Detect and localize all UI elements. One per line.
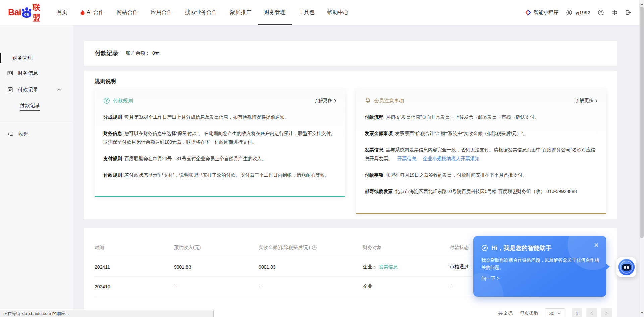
col-finance-object: 财务对象 (363, 245, 450, 251)
compass-icon (481, 245, 488, 251)
member-notes-title: 会员注意事项 (374, 98, 404, 104)
sidebar-collapse-button[interactable]: 收起 (0, 126, 73, 142)
coin-yuan-icon (103, 97, 110, 104)
flame-icon (80, 10, 85, 15)
rule-item-mail-invoice: 邮寄纸质发票北京市海淀区西北旺东路10号院百度科技园5号楼 百度联盟财务组（收）… (365, 187, 598, 196)
nav-item-app[interactable]: 应用合作 (145, 0, 179, 25)
id-card-icon (7, 70, 13, 76)
nav-item-help[interactable]: 帮助中心 (321, 0, 355, 25)
question-circle-icon[interactable] (312, 245, 317, 250)
cell-estimated: 9001.83 (174, 264, 259, 270)
chevron-right-icon (595, 99, 598, 103)
rule-item-payment-matters: 付款事项联盟在每月19日之后签收的发票，付款时间安排在下个月首批支付。 (365, 171, 598, 179)
account-balance: 账户余额：0元 (126, 50, 160, 56)
payment-rules-title: 付款规则 (113, 98, 133, 104)
balance-label: 账户余额： (126, 50, 150, 56)
logo-text-union: 联盟 (33, 2, 48, 23)
per-page-select[interactable]: 30 (545, 308, 565, 317)
chevron-up-icon (57, 88, 61, 91)
rule-item-pay-rule: 支付规则百度联盟会在每月20号—31号支付企业会员上个自然月产生的收入。 (103, 154, 336, 163)
baidu-paw-icon: du (21, 7, 32, 18)
rule-item-invoice-info: 发票信息需与系统内发票信息内容完全一致，否则无法支付。请根据发票信息页面中“百度… (365, 145, 598, 163)
assistant-message: 我会帮助您诊断合作链路问题，以及解答您关于任何合作相关的问题。 (481, 257, 599, 271)
nav-item-search-biz[interactable]: 搜索业务合作 (179, 0, 224, 25)
nav-item-website[interactable]: 网站合作 (110, 0, 145, 25)
assistant-title: Hi，我是您的智能助手 (481, 244, 598, 252)
sidebar-item-finance-info[interactable]: 财务信息 (0, 65, 73, 81)
col-time: 时间 (95, 245, 174, 251)
scrollbar[interactable] (639, 0, 644, 317)
scrollbar-thumb[interactable] (640, 7, 644, 238)
sidebar-item-payment-records[interactable]: 付款记录 (0, 81, 73, 98)
payment-rules-more-link[interactable]: 了解更多 (314, 98, 336, 104)
close-icon[interactable]: ✕ (594, 242, 599, 248)
payment-rules-card: 付款规则 了解更多 分成规则每月第3或4个工作日产出上月分成信息及发票信息，如有… (95, 90, 345, 197)
prev-page-button[interactable] (586, 308, 597, 317)
miniapp-entry[interactable]: 智能小程序 (525, 9, 558, 16)
nav-utilities: 智能小程序 jyj1992 (525, 9, 639, 16)
rule-item-payment-status: 付款规则若付款状态显示“已支付”，说明联盟已安排了您的付款。支付后三个工作日内到… (103, 171, 336, 179)
rule-item-payment-flow: 付款流程月初按“发票信息”页面开具发票→上传发票→邮寄发票→审核→确认支付。 (365, 113, 598, 121)
sidebar-divider (0, 122, 73, 122)
logout-icon[interactable] (625, 10, 631, 15)
invoice-info-row-link[interactable]: 发票信息 (379, 264, 398, 269)
sidebar-subitem-payment-records[interactable]: 付款记录 (0, 98, 73, 115)
balance-value: 0元 (152, 50, 160, 56)
cell-actual: 9001.83 (259, 264, 363, 270)
chevron-down-icon (557, 312, 561, 314)
bell-icon (365, 97, 371, 104)
ask-now-link[interactable]: 问一下 > (481, 276, 598, 282)
small-taxpayer-notice-link[interactable]: 企业小规模纳税人开票须知 (423, 156, 479, 161)
assistant-robot-avatar[interactable] (616, 257, 636, 277)
robot-icon (618, 259, 635, 275)
status-text: 正在等待 xlab.baidu.com 的响应... (3, 311, 69, 317)
logo-text-bai: Bai (8, 7, 21, 18)
cell-finance-object: 企业：发票信息 (363, 264, 450, 270)
user-account[interactable]: jyj1992 (566, 10, 590, 15)
invoice-info-link[interactable]: 开票信息 (397, 156, 416, 161)
rule-item-invoice-amount: 发票金额事项发票票面“价税合计”金额=系统中“实收金额（扣除税费后/元）”。 (365, 129, 598, 138)
page-header-card: 付款记录 账户余额：0元 (84, 41, 617, 66)
cell-estimated: -- (174, 284, 259, 289)
nav-item-screen-promo[interactable]: 聚屏推广 (224, 0, 258, 25)
top-nav: Bai du 联盟 首页 AI 合作 网站合作 应用合作 搜索业务合作 聚屏推广… (0, 0, 639, 25)
member-notes-card: 会员注意事项 了解更多 付款流程月初按“发票信息”页面开具发票→上传发票→邮寄发… (356, 90, 606, 214)
member-notes-more-link[interactable]: 了解更多 (575, 98, 598, 104)
popup-pointer (605, 263, 613, 270)
help-icon[interactable] (598, 10, 604, 15)
col-actual-amount: 实收金额(扣除税费后/元) (259, 245, 363, 251)
nav-item-finance[interactable]: 财务管理 (258, 0, 292, 25)
scroll-up-arrow-icon[interactable] (641, 2, 643, 5)
browser-status-bar: 正在等待 xlab.baidu.com 的响应... (0, 310, 214, 317)
cell-time: 202411 (95, 264, 174, 270)
assistant-popup: Hi，我是您的智能助手 ✕ 我会帮助您诊断合作链路问题，以及解答您关于任何合作相… (473, 236, 606, 297)
cell-time: 202410 (95, 284, 174, 289)
main-menu: 首页 AI 合作 网站合作 应用合作 搜索业务合作 聚屏推广 财务管理 工具包 … (50, 0, 355, 25)
per-page-label: 每页条数 (520, 310, 538, 316)
next-page-button[interactable] (601, 308, 612, 317)
sidebar: 财务管理 财务信息 付款记录 付款记录 收起 (0, 25, 73, 317)
chevron-right-icon (334, 99, 336, 103)
cell-finance-object: 企业 (363, 283, 450, 290)
scroll-down-arrow-icon[interactable] (641, 312, 643, 315)
baidu-union-logo[interactable]: Bai du 联盟 (8, 2, 48, 23)
rule-item-share-rule: 分成规则每月第3或4个工作日产出上月分成信息及发票信息，如有特殊情况将提前通知。 (103, 113, 336, 121)
badge-star-icon (7, 87, 13, 93)
nav-item-home[interactable]: 首页 (50, 0, 74, 25)
nav-item-ai[interactable]: AI 合作 (74, 0, 110, 25)
rules-section-card: 规则说明 付款规则 了解更多 分成规则每月第3或4个工作日产出上月分成信息及发票… (84, 71, 617, 219)
announcement-speaker-icon[interactable] (611, 10, 618, 15)
page-number-button[interactable]: 1 (572, 308, 582, 317)
miniapp-diamond-icon (525, 10, 531, 15)
col-estimated-income: 预估收入(元) (174, 245, 259, 251)
page: Bai du 联盟 首页 AI 合作 网站合作 应用合作 搜索业务合作 聚屏推广… (0, 0, 644, 317)
sidebar-section-finance[interactable]: 财务管理 (0, 51, 73, 65)
user-icon (566, 10, 572, 15)
collapse-arrow-icon (7, 132, 13, 137)
rule-item-finance-info: 财务信息您可以在财务信息中选择“保留付款”。 在此期间您产生的收入将在账户内进行… (103, 129, 336, 146)
total-count: 共 2 条 (498, 310, 513, 316)
nav-item-toolkit[interactable]: 工具包 (292, 0, 321, 25)
page-title: 付款记录 (95, 49, 119, 57)
rules-section-title: 规则说明 (95, 78, 606, 85)
cell-actual: -- (259, 284, 363, 289)
